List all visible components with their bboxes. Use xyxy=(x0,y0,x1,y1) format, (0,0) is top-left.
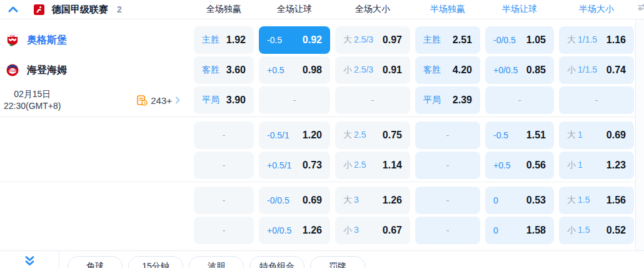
odds-cell[interactable]: -0/0.51.05 xyxy=(485,26,554,54)
odds-cell[interactable]: 平局3.90 xyxy=(194,86,254,114)
odds-row-away: FCH 海登海姆 客胜3.60+0.50.98小2.5/30.91客胜4.20+… xyxy=(0,56,644,84)
row-label-empty xyxy=(0,152,189,179)
odds-cell[interactable]: 小11.23 xyxy=(559,152,634,179)
odds-cell[interactable]: 主胜2.51 xyxy=(415,26,480,54)
odds-cell-empty: - xyxy=(415,121,480,149)
match-time: 22:30(GMT+8) xyxy=(4,100,61,112)
home-team-row[interactable]: FCA 奥格斯堡 xyxy=(0,26,189,54)
away-team-row[interactable]: FCH 海登海姆 xyxy=(0,56,189,84)
odds-cell[interactable]: 大1.51.56 xyxy=(559,187,634,214)
column-header-6: 半场大小 xyxy=(559,4,634,15)
odds-cell[interactable]: 00.53 xyxy=(485,187,554,214)
odds-cell-empty: - xyxy=(194,121,254,149)
market-tab[interactable]: 罚牌 xyxy=(310,256,365,268)
odds-row-draw: 02月15日 22:30(GMT+8) 243+ 平局3.90-- xyxy=(0,86,644,114)
odds-cell-empty: - xyxy=(194,187,254,214)
odds-cell-empty: - xyxy=(485,86,554,114)
row-label-empty xyxy=(0,187,189,214)
row-label-empty xyxy=(0,121,189,149)
odds-cell[interactable]: 大10.69 xyxy=(559,121,634,149)
odds-row: --0.5/11.20大2.50.75--0.51.51大10.69 xyxy=(0,121,644,149)
market-tab[interactable]: 波胆 xyxy=(189,256,244,268)
right-gutter xyxy=(635,19,644,250)
odds-cell[interactable]: +0.50.56 xyxy=(485,152,554,179)
odds-cell[interactable]: 客胜4.20 xyxy=(415,56,480,84)
double-chevron-down-icon xyxy=(24,255,35,266)
odds-cell-empty: - xyxy=(415,152,480,179)
league-title: 德国甲级联赛 xyxy=(52,4,108,16)
odds-cell[interactable]: 小2.51.14 xyxy=(335,152,410,179)
settings-icon xyxy=(638,3,644,14)
odds-cell[interactable]: -0.5/11.20 xyxy=(259,121,330,149)
home-team-name: 奥格斯堡 xyxy=(27,34,67,47)
odds-cell[interactable]: 客胜3.60 xyxy=(194,56,254,84)
odds-cell[interactable]: 大2.5/30.97 xyxy=(335,26,410,54)
odds-cell-empty: - xyxy=(194,152,254,179)
footer-bar: 角球15分钟波胆特色组合罚牌 xyxy=(0,250,644,268)
away-team-name: 海登海姆 xyxy=(27,64,67,77)
odds-cell-selected[interactable]: -0.50.92 xyxy=(259,26,330,54)
odds-row: -+0/0.51.26小30.67-01.58小1.50.52 xyxy=(0,217,644,244)
odds-cell[interactable]: 主胜1.92 xyxy=(194,26,254,54)
chevron-up-icon[interactable] xyxy=(8,6,18,13)
away-team-logo-icon: FCH xyxy=(6,64,19,76)
odds-cell[interactable]: +0.50.98 xyxy=(259,56,330,84)
odds-cell[interactable]: 大2.50.75 xyxy=(335,121,410,149)
match-meta: 02月15日 22:30(GMT+8) 243+ xyxy=(0,86,189,114)
odds-row: --0/0.50.69大31.26-00.53大1.51.56 xyxy=(0,187,644,214)
group-divider xyxy=(0,182,635,182)
more-markets-count: 243+ xyxy=(151,95,172,106)
odds-row: -+0.5/10.73小2.51.14-+0.50.56小11.23 xyxy=(0,152,644,179)
odds-cell-empty: - xyxy=(194,217,254,244)
bundesliga-logo-icon xyxy=(34,4,44,15)
svg-text:FCH: FCH xyxy=(9,69,16,73)
market-tab[interactable]: 15分钟 xyxy=(128,256,183,268)
odds-cell[interactable]: -0.51.51 xyxy=(485,121,554,149)
column-header-4: 半场独赢 xyxy=(415,4,480,15)
odds-cell[interactable]: 01.58 xyxy=(485,217,554,244)
bet-slip-icon xyxy=(137,95,148,106)
collapse-markets-button[interactable] xyxy=(0,251,59,268)
odds-cell-empty: - xyxy=(415,217,480,244)
column-header-1: 全场独赢 xyxy=(194,4,254,15)
odds-cell[interactable]: -0/0.50.69 xyxy=(259,187,330,214)
odds-cell[interactable]: 大31.26 xyxy=(335,187,410,214)
odds-cell[interactable]: 大1/1.51.16 xyxy=(559,26,634,54)
odds-cell-empty: - xyxy=(335,86,410,114)
more-markets-link[interactable]: 243+ xyxy=(137,95,180,106)
odds-cell-empty: - xyxy=(559,86,634,114)
odds-cell[interactable]: 小2.5/30.91 xyxy=(335,56,410,84)
row-label-empty xyxy=(0,217,189,244)
column-header-5: 半场让球 xyxy=(485,4,554,15)
odds-cell[interactable]: 平局2.39 xyxy=(415,86,480,114)
match-date: 02月15日 xyxy=(4,88,61,100)
odds-cell[interactable]: +0/0.51.26 xyxy=(259,217,330,244)
odds-board: 德国甲级联赛 2 全场独赢全场让球全场大小半场独赢半场让球半场大小 FCA 奥格… xyxy=(0,0,644,268)
market-tab[interactable]: 特色组合 xyxy=(249,256,304,268)
odds-cell[interactable]: 小1/1.50.74 xyxy=(559,56,634,84)
odds-cell[interactable]: 小1.50.52 xyxy=(559,217,634,244)
column-header-2: 全场让球 xyxy=(259,4,330,15)
market-tab[interactable]: 角球 xyxy=(68,256,123,268)
match-datetime: 02月15日 22:30(GMT+8) xyxy=(4,88,61,112)
odds-row-home: FCA 奥格斯堡 主胜1.92-0.50.92大2.5/30.97主胜2.51-… xyxy=(0,26,644,54)
odds-cell[interactable]: 小30.67 xyxy=(335,217,410,244)
league-match-count: 2 xyxy=(117,4,122,14)
chevron-right-icon xyxy=(175,96,180,104)
group-divider xyxy=(0,116,635,117)
odds-cell[interactable]: +0.5/10.73 xyxy=(259,152,330,179)
league-info: 德国甲级联赛 2 xyxy=(0,4,189,16)
odds-cell-empty: - xyxy=(259,86,330,114)
home-team-logo-icon: FCA xyxy=(6,34,19,46)
odds-cell[interactable]: +0/0.50.85 xyxy=(485,56,554,84)
league-header-bar: 德国甲级联赛 2 全场独赢全场让球全场大小半场独赢半场让球半场大小 xyxy=(0,0,644,19)
column-header-3: 全场大小 xyxy=(335,4,410,15)
odds-cell-empty: - xyxy=(415,187,480,214)
odds-grid: FCA 奥格斯堡 主胜1.92-0.50.92大2.5/30.97主胜2.51-… xyxy=(0,19,644,250)
extra-market-tabs: 角球15分钟波胆特色组合罚牌 xyxy=(59,251,365,268)
